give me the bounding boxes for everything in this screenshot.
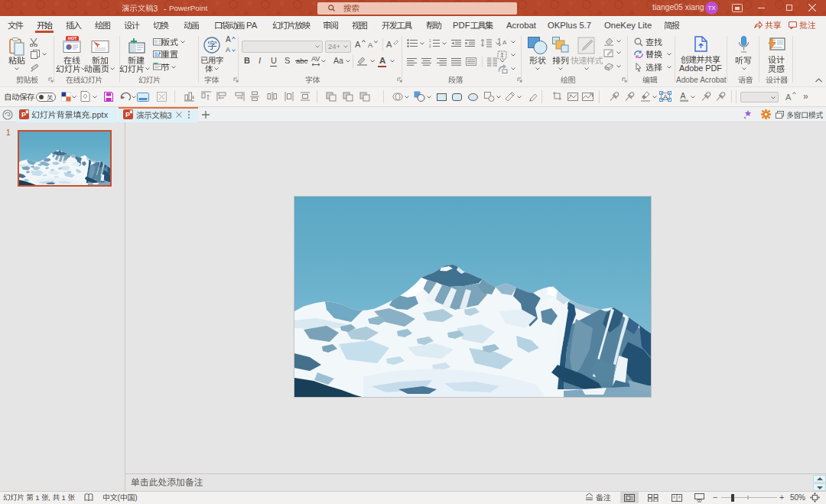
svg-text:PA: PA	[246, 21, 257, 30]
svg-text:A: A	[502, 39, 507, 46]
svg-text:(: (	[117, 493, 120, 502]
svg-text:OKPlus 5.7: OKPlus 5.7	[548, 21, 591, 30]
svg-text:): )	[135, 493, 137, 502]
svg-text:Adobe Acrobat: Adobe Acrobat	[676, 76, 727, 84]
svg-text:,: ,	[48, 493, 50, 502]
svg-text:1: 1	[62, 493, 66, 502]
svg-text:OneKey Lite: OneKey Lite	[604, 21, 652, 30]
svg-text:A: A	[681, 91, 686, 100]
svg-text:2: 2	[429, 44, 431, 47]
svg-text:A: A	[663, 93, 668, 101]
svg-text:.pptx: .pptx	[89, 110, 108, 119]
svg-text:PDF: PDF	[453, 21, 470, 30]
svg-text:3: 3	[167, 111, 172, 120]
svg-text:1: 1	[429, 39, 431, 43]
svg-text:1: 1	[35, 493, 39, 502]
svg-text:Acrobat: Acrobat	[506, 21, 537, 30]
svg-text:3: 3	[154, 4, 158, 12]
